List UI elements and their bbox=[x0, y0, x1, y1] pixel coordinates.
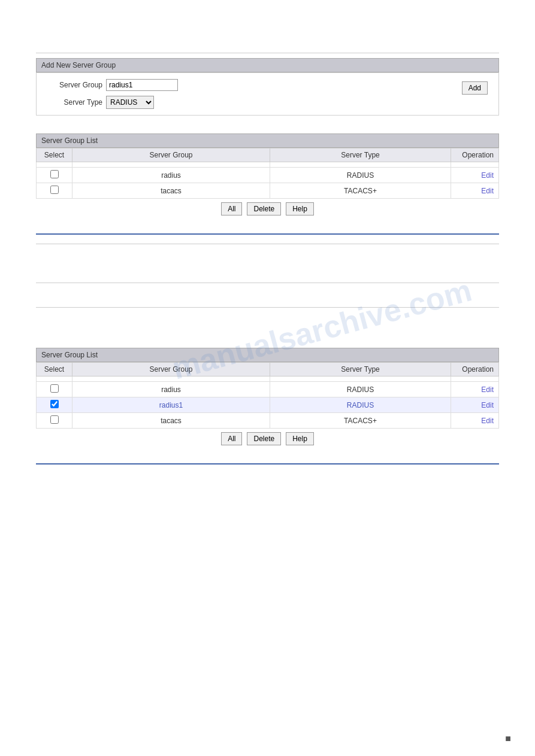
server-type-cell: TACACS+ bbox=[270, 413, 451, 429]
table-row: radiusRADIUSEdit bbox=[37, 168, 499, 183]
edit-link[interactable]: Edit bbox=[481, 385, 494, 394]
thick-divider-2 bbox=[36, 463, 499, 464]
server-group-list-header-1: Server Group List bbox=[36, 133, 499, 148]
add-server-group-header: Add New Server Group bbox=[36, 58, 499, 72]
server-group-cell: radius1 bbox=[72, 397, 270, 413]
col-select-1: Select bbox=[37, 148, 72, 162]
delete-button-2[interactable]: Delete bbox=[247, 432, 281, 445]
row-checkbox[interactable] bbox=[50, 400, 59, 408]
server-group-list-section-1: Server Group List Select Server Group Se… bbox=[36, 133, 499, 215]
all-button-1[interactable]: All bbox=[221, 202, 242, 215]
server-type-cell: RADIUS bbox=[270, 382, 451, 397]
edit-link[interactable]: Edit bbox=[481, 401, 494, 409]
server-type-label: Server Type bbox=[46, 98, 106, 107]
middle-spacer bbox=[36, 244, 499, 339]
server-group-cell bbox=[72, 377, 270, 382]
operation-cell: Edit bbox=[451, 183, 499, 199]
server-type-cell: RADIUS bbox=[270, 168, 451, 183]
select-cell bbox=[37, 382, 72, 397]
add-server-group-section: Add New Server Group Server Group Server… bbox=[36, 58, 499, 116]
add-server-group-form: Server Group Server Type RADIUS TACACS+ … bbox=[36, 72, 499, 116]
select-cell bbox=[37, 162, 72, 168]
server-group-label: Server Group bbox=[46, 81, 106, 89]
server-group-cell: tacacs bbox=[72, 413, 270, 429]
server-group-cell: radius bbox=[72, 382, 270, 397]
server-type-cell: TACACS+ bbox=[270, 183, 451, 199]
server-group-cell: tacacs bbox=[72, 183, 270, 199]
server-group-table-1: Select Server Group Server Type Operatio… bbox=[36, 148, 499, 199]
table1-btn-row: All Delete Help bbox=[36, 202, 499, 215]
server-group-list-section-2: Server Group List Select Server Group Se… bbox=[36, 348, 499, 445]
table-row: radius1RADIUSEdit bbox=[37, 397, 499, 413]
operation-cell bbox=[451, 377, 499, 382]
row-checkbox[interactable] bbox=[50, 415, 59, 424]
table-row: tacacsTACACS+Edit bbox=[37, 183, 499, 199]
select-cell bbox=[37, 413, 72, 429]
row-checkbox[interactable] bbox=[50, 170, 59, 178]
col-op-2: Operation bbox=[451, 363, 499, 377]
operation-cell: Edit bbox=[451, 413, 499, 429]
delete-button-1[interactable]: Delete bbox=[247, 202, 281, 215]
top-divider bbox=[36, 53, 499, 53]
col-op-1: Operation bbox=[451, 148, 499, 162]
operation-cell: Edit bbox=[451, 382, 499, 397]
table-row bbox=[37, 377, 499, 382]
server-group-input[interactable] bbox=[106, 79, 178, 91]
server-type-cell bbox=[270, 377, 451, 382]
server-group-table-2: Select Server Group Server Type Operatio… bbox=[36, 362, 499, 429]
help-button-2[interactable]: Help bbox=[286, 432, 314, 445]
table-row: radiusRADIUSEdit bbox=[37, 382, 499, 397]
page-indicator: ■ bbox=[505, 733, 511, 744]
select-cell bbox=[37, 168, 72, 183]
server-type-cell bbox=[270, 162, 451, 168]
server-type-cell: RADIUS bbox=[270, 397, 451, 413]
table-row: tacacsTACACS+Edit bbox=[37, 413, 499, 429]
operation-cell bbox=[451, 162, 499, 168]
help-button-1[interactable]: Help bbox=[286, 202, 314, 215]
col-group-2: Server Group bbox=[72, 363, 270, 377]
operation-cell: Edit bbox=[451, 168, 499, 183]
table-row bbox=[37, 162, 499, 168]
col-type-2: Server Type bbox=[270, 363, 451, 377]
table2-btn-row: All Delete Help bbox=[36, 432, 499, 445]
col-select-2: Select bbox=[37, 363, 72, 377]
edit-link[interactable]: Edit bbox=[481, 417, 494, 425]
operation-cell: Edit bbox=[451, 397, 499, 413]
select-cell bbox=[37, 377, 72, 382]
col-type-1: Server Type bbox=[270, 148, 451, 162]
mid-line-2 bbox=[36, 283, 499, 283]
edit-link[interactable]: Edit bbox=[481, 171, 494, 180]
row-checkbox[interactable] bbox=[50, 186, 59, 194]
thick-divider-1 bbox=[36, 233, 499, 235]
edit-link[interactable]: Edit bbox=[481, 187, 494, 195]
server-type-select[interactable]: RADIUS TACACS+ bbox=[106, 96, 154, 109]
select-cell bbox=[37, 397, 72, 413]
mid-line-1 bbox=[36, 244, 499, 244]
add-button[interactable]: Add bbox=[462, 81, 488, 95]
server-group-cell: radius bbox=[72, 168, 270, 183]
all-button-2[interactable]: All bbox=[221, 432, 242, 445]
col-group-1: Server Group bbox=[72, 148, 270, 162]
server-group-cell bbox=[72, 162, 270, 168]
server-group-list-header-2: Server Group List bbox=[36, 348, 499, 362]
select-cell bbox=[37, 183, 72, 199]
row-checkbox[interactable] bbox=[50, 384, 59, 393]
mid-line-3 bbox=[36, 307, 499, 308]
